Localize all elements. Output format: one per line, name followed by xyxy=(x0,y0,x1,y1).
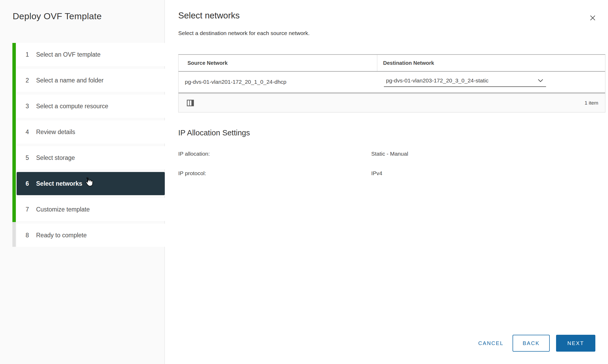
page-title: Select networks xyxy=(178,11,240,21)
source-network-cell: pg-dvs-01-vlan201-172_20_1_0_24-dhcp xyxy=(178,79,377,85)
wizard-step-8[interactable]: 8 Ready to complete xyxy=(17,224,165,247)
wizard-step-2[interactable]: 2 Select a name and folder xyxy=(17,69,165,92)
step-label: Select an OVF template xyxy=(36,51,100,58)
step-label: Review details xyxy=(36,129,75,136)
step-content-panel: Select networks Select a destination net… xyxy=(165,0,608,364)
step-label: Select a name and folder xyxy=(36,77,104,84)
dialog-title: Deploy OVF Template xyxy=(13,11,102,21)
wizard-step-7[interactable]: 7 Customize template xyxy=(17,198,165,221)
chevron-down-icon xyxy=(538,79,543,82)
table-row: pg-dvs-01-vlan201-172_20_1_0_24-dhcp pg-… xyxy=(178,72,605,92)
step-label: Customize template xyxy=(36,206,90,213)
step-number: 4 xyxy=(26,129,36,136)
step-number: 2 xyxy=(26,77,36,84)
wizard-step-6-active[interactable]: 6 Select networks xyxy=(17,172,165,195)
item-count-label: 1 item xyxy=(585,100,598,106)
ip-allocation-heading: IP Allocation Settings xyxy=(178,129,250,137)
progress-rail-green xyxy=(12,43,16,222)
ip-protocol-label: IP protocol: xyxy=(178,170,371,176)
ip-protocol-value: IPv4 xyxy=(371,170,382,176)
cancel-button[interactable]: CANCEL xyxy=(476,340,506,346)
step-label: Select networks xyxy=(36,180,82,187)
table-header-row: Source Network Destination Network xyxy=(178,55,605,72)
destination-network-select[interactable]: pg-dvs-01-vlan203-172_20_3_0_24-static xyxy=(384,77,546,87)
progress-rail-gray xyxy=(12,222,16,247)
destination-network-cell: pg-dvs-01-vlan203-172_20_3_0_24-static xyxy=(377,77,605,87)
step-number: 1 xyxy=(26,51,36,58)
wizard-step-list: 1 Select an OVF template 2 Select a name… xyxy=(12,43,165,249)
page-subtitle: Select a destination network for each so… xyxy=(178,30,310,36)
step-number: 8 xyxy=(26,232,36,239)
wizard-action-bar: CANCEL BACK NEXT xyxy=(476,335,595,352)
step-number: 7 xyxy=(26,206,36,213)
close-icon[interactable] xyxy=(588,14,597,22)
ip-protocol-row: IP protocol: IPv4 xyxy=(178,170,495,176)
wizard-sidebar: Deploy OVF Template 1 Select an OVF temp… xyxy=(0,0,165,364)
column-header-source-network: Source Network xyxy=(178,55,377,71)
column-toggle-icon[interactable] xyxy=(186,99,194,107)
column-header-destination-network: Destination Network xyxy=(377,55,605,71)
wizard-step-3[interactable]: 3 Select a compute resource xyxy=(17,95,165,118)
step-number: 6 xyxy=(26,180,36,187)
table-footer: 1 item xyxy=(178,94,605,112)
ip-allocation-label: IP allocation: xyxy=(178,151,371,157)
step-number: 3 xyxy=(26,103,36,110)
ip-allocation-row: IP allocation: Static - Manual xyxy=(178,151,495,157)
next-button[interactable]: NEXT xyxy=(556,335,595,352)
destination-network-selected-value: pg-dvs-01-vlan203-172_20_3_0_24-static xyxy=(386,77,489,84)
step-number: 5 xyxy=(26,154,36,161)
network-mapping-table: Source Network Destination Network pg-dv… xyxy=(178,54,605,112)
wizard-step-5[interactable]: 5 Select storage xyxy=(17,146,165,169)
wizard-step-1[interactable]: 1 Select an OVF template xyxy=(17,43,165,66)
wizard-step-4[interactable]: 4 Review details xyxy=(17,120,165,144)
back-button[interactable]: BACK xyxy=(513,335,550,352)
step-label: Ready to complete xyxy=(36,232,87,239)
ip-allocation-value: Static - Manual xyxy=(371,151,408,157)
step-label: Select a compute resource xyxy=(36,103,108,110)
step-label: Select storage xyxy=(36,154,75,161)
